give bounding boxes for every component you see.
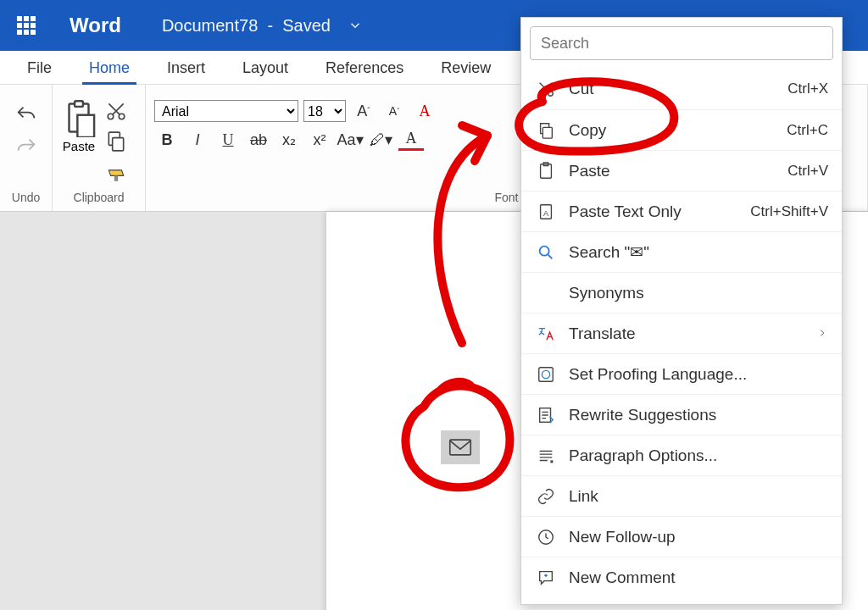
tab-review[interactable]: Review	[422, 53, 509, 84]
app-launcher-icon[interactable]	[17, 16, 36, 35]
context-item-copy[interactable]: CopyCtrl+C	[521, 109, 842, 150]
cut-icon	[535, 80, 557, 98]
context-item-paragraph-options-[interactable]: Paragraph Options...	[521, 435, 842, 475]
svg-point-15	[540, 246, 549, 255]
svg-rect-5	[113, 138, 124, 151]
cut-icon[interactable]	[105, 100, 127, 122]
context-item-search-[interactable]: Search "✉"	[521, 231, 842, 272]
app-name: Word	[70, 14, 121, 37]
svg-rect-16	[539, 367, 554, 381]
chevron-right-icon	[816, 324, 828, 343]
context-item-shortcut: Ctrl+X	[787, 80, 828, 97]
svg-rect-7	[450, 440, 470, 455]
context-item-new-comment[interactable]: New Comment	[521, 557, 842, 597]
paragraph-icon	[535, 446, 557, 465]
tab-layout[interactable]: Layout	[224, 53, 307, 84]
bold-button[interactable]: B	[154, 129, 180, 151]
tab-references[interactable]: References	[307, 53, 422, 84]
selected-mail-glyph[interactable]	[441, 430, 480, 464]
strike-button[interactable]: ab	[246, 129, 271, 151]
shrink-font-button[interactable]: Aˇ	[381, 100, 407, 122]
highlight-button[interactable]: 🖊▾	[368, 129, 393, 151]
link-icon	[535, 487, 557, 506]
mail-icon	[448, 439, 472, 456]
context-item-rewrite-suggestions[interactable]: Rewrite Suggestions	[521, 394, 842, 435]
context-item-shortcut: Ctrl+V	[787, 163, 828, 180]
svg-rect-2	[77, 115, 94, 137]
clipboard-icon[interactable]	[61, 98, 97, 137]
underline-button[interactable]: U	[215, 129, 241, 151]
context-item-synonyms[interactable]: Synonyms	[521, 272, 842, 313]
followup-icon	[535, 528, 557, 546]
translate-icon	[535, 324, 557, 343]
context-item-label: Cut	[569, 80, 594, 98]
doc-title[interactable]: Document78 - Saved	[162, 16, 331, 36]
svg-point-17	[542, 370, 549, 378]
svg-rect-6	[114, 175, 118, 181]
italic-button[interactable]: I	[185, 129, 210, 151]
context-item-cut[interactable]: CutCtrl+X	[521, 69, 842, 109]
doc-status: Saved	[282, 16, 331, 35]
font-name-select[interactable]: Arial	[154, 100, 298, 122]
paste-button-label[interactable]: Paste	[63, 139, 95, 153]
context-item-label: Rewrite Suggestions	[569, 406, 716, 424]
context-item-link[interactable]: Link	[521, 475, 842, 516]
context-item-label: Link	[569, 487, 598, 506]
context-item-shortcut: Ctrl+Shift+V	[750, 203, 828, 220]
undo-icon[interactable]	[14, 103, 38, 127]
group-label-clipboard: Clipboard	[61, 187, 136, 208]
rewrite-icon	[535, 406, 557, 424]
subscript-button[interactable]: x₂	[276, 129, 302, 151]
copy-icon	[535, 121, 557, 140]
context-item-label: Paste Text Only	[569, 202, 682, 221]
svg-text:A: A	[543, 208, 549, 217]
font-size-select[interactable]: 18	[303, 100, 346, 122]
change-case-button[interactable]: Aa▾	[337, 129, 363, 151]
context-item-label: Paragraph Options...	[569, 446, 717, 465]
context-item-label: Search "✉"	[569, 242, 649, 262]
context-item-label: Set Proofing Language...	[569, 365, 747, 384]
context-search-input[interactable]	[530, 26, 833, 60]
tab-file[interactable]: File	[8, 53, 70, 84]
context-item-label: Synonyms	[569, 284, 644, 302]
tab-home[interactable]: Home	[70, 53, 148, 84]
paste-icon	[535, 162, 557, 180]
context-item-label: New Follow-up	[569, 528, 676, 546]
doc-name: Document78	[162, 16, 258, 35]
grow-font-button[interactable]: Aˆ	[351, 100, 376, 122]
context-item-label: New Comment	[569, 568, 676, 587]
context-item-paste-text-only[interactable]: APaste Text OnlyCtrl+Shift+V	[521, 191, 842, 231]
context-search-wrap	[530, 26, 833, 60]
clear-format-button[interactable]: A	[412, 100, 437, 122]
context-item-label: Translate	[569, 324, 636, 343]
search-icon	[535, 243, 557, 262]
font-color-button[interactable]: A	[398, 129, 424, 151]
language-icon	[535, 365, 557, 384]
context-item-new-follow-up[interactable]: New Follow-up	[521, 516, 842, 557]
tab-insert[interactable]: Insert	[148, 53, 224, 84]
format-painter-icon[interactable]	[105, 161, 127, 183]
copy-icon[interactable]	[105, 130, 127, 152]
comment-icon	[535, 568, 557, 587]
redo-icon[interactable]	[14, 136, 38, 159]
svg-rect-10	[542, 127, 552, 138]
paste-text-icon: A	[535, 202, 557, 221]
context-item-shortcut: Ctrl+C	[787, 122, 828, 139]
context-item-set-proofing-language-[interactable]: Set Proofing Language...	[521, 353, 842, 394]
context-item-label: Paste	[569, 162, 610, 180]
group-label-undo: Undo	[8, 187, 43, 208]
context-menu: CutCtrl+XCopyCtrl+CPasteCtrl+VAPaste Tex…	[520, 17, 843, 605]
superscript-button[interactable]: x²	[307, 129, 332, 151]
context-item-translate[interactable]: Translate	[521, 313, 842, 353]
chevron-down-icon[interactable]	[348, 18, 363, 33]
svg-rect-1	[75, 101, 83, 107]
context-item-label: Copy	[569, 121, 606, 140]
context-item-paste[interactable]: PasteCtrl+V	[521, 150, 842, 191]
